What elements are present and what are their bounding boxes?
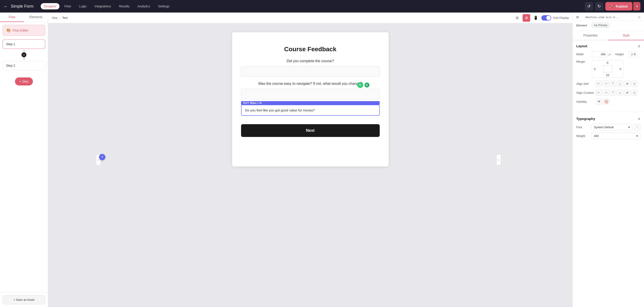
text-element-badge: TEXT 400px × fit (241, 101, 380, 105)
margin-left-value: 0 (594, 67, 596, 71)
typography-section-title: Typography (576, 117, 595, 121)
align-content-end[interactable]: ⊤ (610, 90, 616, 96)
grid-display-toggle[interactable] (541, 15, 551, 21)
publish-button[interactable]: 🚀 Publish (605, 2, 632, 11)
align-content-buttons: ⊢ ⊣ ⊤ ⊥ ⊕ ◻ (596, 90, 638, 96)
panel-divider (573, 112, 644, 112)
step-1-item[interactable]: Step 1 (3, 39, 45, 49)
canvas-toolbar: Step › Text ⊞ 🖥 📱 Grid Display (48, 13, 572, 23)
visibility-show-button[interactable]: 👁 (596, 98, 602, 105)
next-button[interactable]: Next (241, 124, 380, 137)
margin-box: 0 0 10 0 (592, 60, 623, 78)
right-panel: ID 40edfa1e-a3a6-4c3c-9... ⧉ Element Aa … (572, 13, 644, 307)
panel-id-value: 40edfa1e-a3a6-4c3c-9... (585, 16, 636, 19)
form-canvas: Course Feedback Did you complete the cou… (232, 32, 389, 166)
margin-row: Margin 0 0 10 0 (576, 60, 640, 78)
form-text-selected[interactable] (241, 105, 380, 116)
desktop-view-button[interactable]: 🖥 (522, 14, 530, 22)
weight-label: Weight (576, 134, 590, 138)
sidebar-content: 🎨 Flow Editor Step 1 + Step 2 + Step (0, 22, 48, 292)
layout-section-title: Layout (576, 44, 587, 48)
nav-logic[interactable]: Logic (76, 3, 90, 10)
nav-integrations[interactable]: Integrations (92, 3, 114, 10)
form-title: Course Feedback (241, 46, 380, 53)
width-label: Width (576, 53, 590, 56)
add-step-button[interactable]: + Step (15, 77, 33, 86)
font-chevron-icon: ▾ (628, 126, 630, 129)
nav-designer[interactable]: Designer (41, 3, 60, 10)
nav-settings[interactable]: Settings (155, 3, 173, 10)
align-content-space-around[interactable]: ⊕ (624, 90, 630, 96)
panel-element-label: Element (576, 24, 590, 27)
width-height-row: Width px Height ⟨⟩ fit (576, 51, 640, 57)
redo-button[interactable]: ↻ (595, 2, 604, 11)
flow-editor-label: Flow Editor (13, 29, 28, 32)
canvas-scroll: Course Feedback Did you complete the cou… (48, 23, 572, 307)
align-content-stretch[interactable]: ⊥ (617, 90, 623, 96)
align-content-space-between[interactable]: ◻ (631, 90, 638, 96)
height-fit-display: ⟨⟩ fit (628, 52, 638, 57)
align-content-label: Align Content (576, 91, 594, 94)
align-self-start[interactable]: ⊢ (596, 81, 602, 87)
align-self-buttons: ⊢ ⊣ ⊤ ⊥ ⊕ ◻ (596, 81, 638, 87)
copy-id-button[interactable]: ⧉ (638, 16, 640, 19)
nav-flow[interactable]: Flow (61, 3, 74, 10)
form-input-2[interactable] (241, 89, 380, 99)
breadcrumb-separator: › (60, 16, 60, 20)
nav-analytics[interactable]: Analytics (134, 3, 153, 10)
flow-editor-icon: 🎨 (6, 28, 11, 33)
align-self-stretch[interactable]: ⊥ (617, 81, 623, 87)
margin-right-value: 0 (620, 67, 621, 71)
height-label: Height (616, 53, 626, 56)
panel-tabs: Properties Style (573, 31, 644, 40)
undo-button[interactable]: ↺ (585, 2, 593, 11)
add-step-between-button[interactable]: + (22, 52, 26, 57)
align-content-center[interactable]: ⊣ (603, 90, 609, 96)
margin-top-value: 0 (607, 61, 608, 65)
typography-section-header: Typography ∧ (576, 117, 640, 121)
weight-chevron-icon: ▾ (636, 134, 638, 138)
margin-center-box (603, 66, 612, 72)
grid-toggle: Grid Display (541, 15, 569, 21)
font-upload-button[interactable]: ↑ (634, 124, 640, 130)
visibility-label: Visibility (576, 100, 594, 103)
back-button[interactable]: ← (4, 4, 8, 9)
font-select[interactable]: System Default ▾ (592, 124, 632, 130)
width-unit: px (608, 53, 611, 56)
form-question-1: Did you complete the course? (241, 59, 380, 63)
weight-value: 400 (594, 134, 599, 138)
align-self-auto[interactable]: ◻ (631, 81, 638, 87)
flow-editor-button[interactable]: 🎨 Flow Editor (3, 25, 45, 36)
mobile-view-button[interactable]: 📱 (532, 14, 540, 22)
layout-collapse-button[interactable]: ∧ (638, 44, 640, 48)
visibility-buttons: 👁 🚫 (596, 98, 609, 105)
save-as-asset-button[interactable]: + Save as Asset (3, 295, 45, 304)
panel-tab-properties[interactable]: Properties (573, 31, 608, 40)
primary-aa: Aa (594, 24, 597, 27)
form-input-1[interactable] (241, 66, 380, 77)
visibility-hide-button[interactable]: 🚫 (603, 98, 609, 105)
publish-label: Publish (616, 5, 628, 8)
primary-badge: Aa Primary (592, 23, 610, 28)
typography-collapse-button[interactable]: ∧ (638, 117, 640, 121)
panel-id-row: ID 40edfa1e-a3a6-4c3c-9... ⧉ (573, 13, 644, 21)
publish-dropdown-button[interactable]: ▾ (633, 2, 640, 11)
width-input[interactable] (592, 51, 608, 57)
weight-select[interactable]: 400 ▾ (592, 133, 640, 139)
canvas-right-handle[interactable]: › (496, 154, 501, 165)
sidebar-tab-elements[interactable]: Elements (24, 13, 48, 22)
align-content-start[interactable]: ⊢ (596, 90, 602, 96)
canvas-add-element-button[interactable]: + (99, 154, 105, 160)
panel-tab-style[interactable]: Style (608, 31, 644, 40)
align-self-center[interactable]: ⊣ (603, 81, 609, 87)
sidebar-tab-flow[interactable]: Flow (0, 13, 24, 22)
fit-view-button[interactable]: ⊞ (513, 14, 521, 22)
margin-bottom-value: 10 (606, 73, 609, 77)
align-self-baseline[interactable]: ⊕ (624, 81, 630, 87)
nav-results[interactable]: Results (116, 3, 132, 10)
publish-icon: 🚀 (610, 4, 614, 8)
breadcrumb-current: Text (62, 16, 68, 20)
align-self-end[interactable]: ⊤ (610, 81, 616, 87)
step-2-item[interactable]: Step 2 (3, 61, 45, 70)
sidebar-footer: + Save as Asset (0, 292, 48, 307)
